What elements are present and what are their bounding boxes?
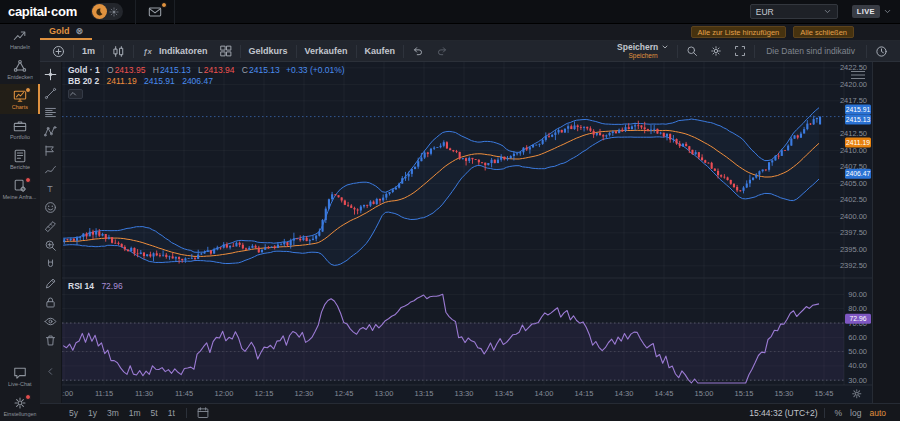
- currency-select[interactable]: EUR: [750, 4, 838, 19]
- toolbar-divider: [240, 45, 241, 58]
- close-icon[interactable]: ⊗: [76, 27, 84, 36]
- chart-up-icon: [13, 29, 27, 43]
- market-hours-button[interactable]: [869, 41, 894, 61]
- collapse-drawing-toolbar-button[interactable]: [40, 362, 62, 381]
- lock-tool-button[interactable]: [40, 293, 62, 312]
- sun-icon: [107, 4, 122, 19]
- ruler-tool-button[interactable]: [40, 217, 62, 236]
- interval-button[interactable]: 1m: [76, 41, 101, 61]
- sidebar-item-portfolio[interactable]: Portfolio: [0, 114, 40, 144]
- bb-title: BB 20 2: [68, 76, 99, 86]
- xabcd-pattern-tool-button[interactable]: [40, 122, 62, 141]
- redo-button[interactable]: [430, 41, 454, 61]
- svg-text:12:00: 12:00: [215, 389, 234, 398]
- auto-scale-button[interactable]: auto: [865, 408, 890, 418]
- bid-price-button[interactable]: Geldkurs: [243, 41, 294, 61]
- svg-text:2415.91: 2415.91: [846, 106, 871, 113]
- range-1y-button[interactable]: 1y: [83, 408, 102, 418]
- mail-button[interactable]: [135, 0, 175, 24]
- tab-gold[interactable]: Gold ⊗: [40, 24, 92, 40]
- indicators-button[interactable]: ƒx Indikatoren: [136, 41, 214, 61]
- clock-label[interactable]: 15:44:32 (UTC+2): [749, 408, 817, 418]
- log-scale-button[interactable]: log: [846, 408, 865, 418]
- svg-text:12:30: 12:30: [295, 389, 314, 398]
- range-1t-button[interactable]: 1t: [163, 408, 180, 418]
- buy-button[interactable]: Kaufen: [359, 41, 402, 61]
- change-value: +0.33 (+0.01%): [286, 65, 345, 75]
- legend-collapse-button[interactable]: [68, 89, 83, 99]
- range-5y-button[interactable]: 5y: [64, 408, 83, 418]
- chart-type-button[interactable]: [106, 41, 131, 61]
- magnet-tool-button[interactable]: [40, 255, 62, 274]
- pencil-tool-button[interactable]: [40, 274, 62, 293]
- top-header: capital·com EUR LIVE: [0, 0, 900, 24]
- trend-line-tool-button[interactable]: [40, 84, 62, 103]
- svg-text:T: T: [47, 184, 53, 194]
- svg-text:2392.50: 2392.50: [840, 261, 867, 270]
- sidebar-item-entdecken[interactable]: Entdecken: [0, 54, 40, 84]
- close-label: C: [242, 65, 248, 75]
- text-tool-button[interactable]: T: [40, 179, 62, 198]
- brand-logo[interactable]: capital·com: [8, 4, 77, 19]
- search-icon: [686, 45, 698, 57]
- range-buttons: 5y1y3m1m5t1t: [64, 408, 180, 418]
- range-5t-button[interactable]: 5t: [146, 408, 163, 418]
- percent-scale-button[interactable]: %: [831, 408, 847, 418]
- undo-button[interactable]: [406, 41, 430, 61]
- currency-value: EUR: [756, 7, 774, 17]
- chart-region: T 2422.502420.002417.502412.502410.00240…: [40, 62, 900, 403]
- close-value: 2415.13: [249, 65, 280, 75]
- range-1m-button[interactable]: 1m: [124, 408, 146, 418]
- sidebar-item-charts[interactable]: Charts: [0, 84, 40, 114]
- svg-text:15:30: 15:30: [775, 389, 794, 398]
- live-mode-select[interactable]: LIVE: [852, 5, 892, 18]
- close-all-button[interactable]: Alle schließen: [793, 26, 854, 38]
- tab-label: Gold: [49, 26, 70, 36]
- crosshair-icon: [44, 68, 57, 81]
- trash-tool-button[interactable]: [40, 331, 62, 350]
- emoji-tool-button[interactable]: [40, 198, 62, 217]
- layout-grid-button[interactable]: [214, 41, 238, 61]
- save-sub-label: Speichern: [628, 53, 657, 60]
- save-button[interactable]: Speichern Speichern: [611, 43, 675, 59]
- sidebar-item-label: Meine Anfra...: [3, 194, 37, 200]
- bb-lower-badge: 2406.47: [845, 169, 871, 179]
- chevron-down-icon: [883, 7, 892, 16]
- crosshair-tool-button[interactable]: [40, 65, 62, 84]
- sidebar-item-handeln[interactable]: Handeln: [0, 24, 40, 54]
- eye-tool-button[interactable]: [40, 312, 62, 331]
- tab-bar: Gold ⊗ Alle zur Liste hinzufügen Alle sc…: [40, 24, 900, 41]
- rsi-value: 72.96: [101, 281, 122, 291]
- chart-settings-button[interactable]: [704, 41, 728, 61]
- series-title: Gold · 1: [68, 65, 100, 75]
- chart-area[interactable]: 2422.502420.002417.502412.502410.002407.…: [62, 62, 872, 403]
- indicators-label: Indikatoren: [159, 46, 208, 56]
- brush-tool-button[interactable]: [40, 160, 62, 179]
- svg-text:13:30: 13:30: [455, 389, 474, 398]
- notification-badge: [25, 394, 31, 400]
- zoom-in-tool-button[interactable]: [40, 236, 62, 255]
- add-all-to-list-button[interactable]: Alle zur Liste hinzufügen: [691, 26, 787, 38]
- sidebar-item-meine-anfra[interactable]: Meine Anfra...: [0, 174, 40, 204]
- svg-text:15:00: 15:00: [695, 389, 714, 398]
- theme-toggle[interactable]: [91, 3, 123, 20]
- range-3m-button[interactable]: 3m: [102, 408, 124, 418]
- svg-text:30.00: 30.00: [848, 376, 867, 385]
- brush-icon: [44, 163, 57, 176]
- redo-icon: [436, 45, 448, 57]
- fib-retracement-tool-button[interactable]: [40, 103, 62, 122]
- price-chart[interactable]: 2422.502420.002417.502412.502410.002407.…: [62, 62, 872, 403]
- fullscreen-button[interactable]: [728, 41, 752, 61]
- search-button[interactable]: [680, 41, 704, 61]
- svg-text:11:15: 11:15: [95, 389, 113, 398]
- svg-text:2417.50: 2417.50: [840, 96, 867, 105]
- go-to-date-button[interactable]: [197, 407, 209, 419]
- svg-text:2402.50: 2402.50: [840, 195, 867, 204]
- sidebar-item-einstellungen[interactable]: Einstellungen: [0, 391, 40, 421]
- main-row: HandelnEntdeckenChartsPortfolioBerichteM…: [0, 24, 900, 421]
- sidebar-item-berichte[interactable]: Berichte: [0, 144, 40, 174]
- add-symbol-button[interactable]: [46, 41, 71, 61]
- sell-button[interactable]: Verkaufen: [299, 41, 354, 61]
- sidebar-item-live-chat[interactable]: Live-Chat: [0, 361, 40, 391]
- forecast-tool-button[interactable]: [40, 141, 62, 160]
